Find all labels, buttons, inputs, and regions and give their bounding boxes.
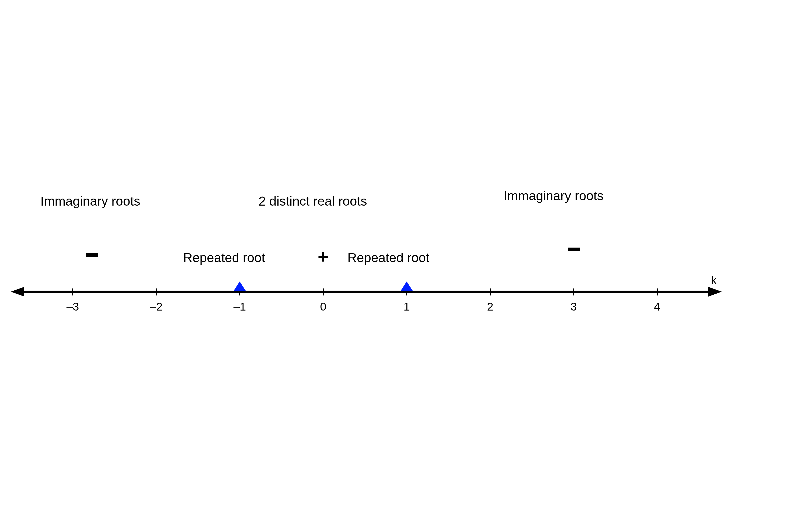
axis-tick-label: 0 [320,300,326,313]
axis-arrow-left-icon [11,287,24,297]
axis-tick-label: 4 [654,300,660,313]
axis-tick [156,288,157,296]
annotation-imaginary-left: Immaginary roots [40,194,140,209]
axis-tick [490,288,491,296]
sign-minus-right-icon [568,248,580,251]
axis-tick-label: 2 [487,300,493,313]
marker-triangle-icon [234,282,246,291]
axis-tick-label: 3 [570,300,577,313]
axis-line [21,291,711,293]
annotation-imaginary-right: Immaginary roots [504,188,604,203]
axis-tick-label: –2 [150,300,163,313]
axis-arrow-right-icon [708,287,722,297]
axis-label: k [711,274,717,287]
axis-tick-label: –3 [67,300,79,313]
axis-tick-label: –1 [234,300,246,313]
axis-tick-label: 1 [403,300,410,313]
sign-plus-center-icon: + [318,246,329,267]
axis-tick [72,288,73,296]
annotation-repeated-left: Repeated root [183,250,265,265]
axis-tick [573,288,574,296]
annotation-repeated-right: Repeated root [347,250,429,265]
sign-minus-left-icon [86,253,98,257]
axis-tick [657,288,658,296]
annotation-two-distinct: 2 distinct real roots [259,194,367,209]
marker-triangle-icon [401,282,412,291]
axis-tick [323,288,324,296]
